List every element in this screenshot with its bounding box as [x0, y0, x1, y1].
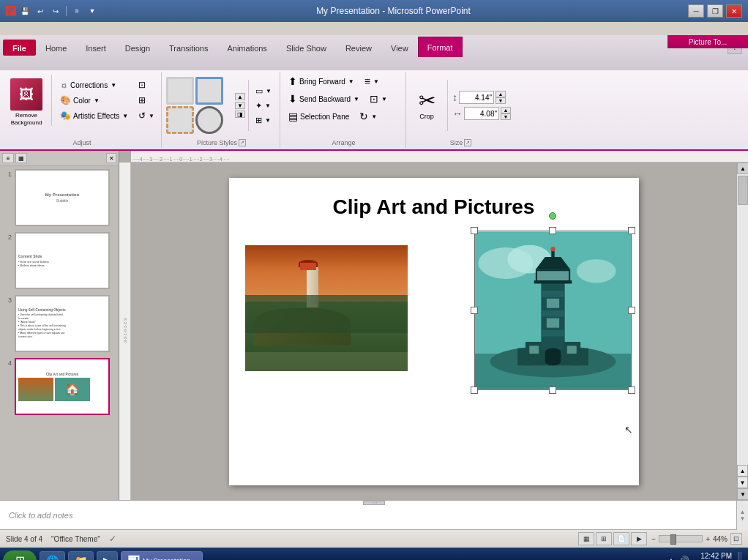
crop-button[interactable]: ✂ Crop — [411, 87, 443, 124]
align-button[interactable]: ≡ ▼ — [361, 73, 383, 89]
picture-effects-button[interactable]: ✦ ▼ — [252, 99, 275, 113]
tab-insert[interactable]: Insert — [76, 38, 116, 57]
slide-thumb-1[interactable]: 1 My Presentation Subtitle — [3, 169, 116, 226]
size-expand[interactable]: ↗ — [464, 139, 471, 146]
notes-area[interactable]: ⋯ Click to add notes ▲ ▼ — [0, 500, 748, 529]
scroll-up-btn[interactable]: ▲ — [737, 163, 748, 174]
close-panel-btn[interactable]: ✕ — [106, 153, 116, 163]
style-scroll-more[interactable]: ◨ — [235, 111, 245, 118]
slide-sorter-btn[interactable]: ⊞ — [596, 532, 612, 545]
slide-thumb-2[interactable]: 2 Content Slide • Here are some bullets … — [3, 232, 116, 289]
taskbar-ie[interactable]: 🌐 — [40, 551, 65, 561]
notes-scroll-up[interactable]: ▲ — [737, 509, 748, 515]
tab-view[interactable]: View — [381, 38, 418, 57]
rotate-button[interactable]: ↻ ▼ — [356, 108, 381, 124]
picture-border-button[interactable]: ▭ ▼ — [252, 84, 275, 98]
artistic-effects-button[interactable]: 🎭 Artistic Effects ▼ — [56, 108, 132, 123]
clip-art-selected[interactable] — [474, 231, 632, 390]
vertical-scrollbar[interactable]: ▲ ▲ ▼ ▼ — [736, 163, 748, 500]
selection-pane-button[interactable]: ▤ Selection Pane — [285, 108, 353, 124]
handle-br[interactable] — [628, 387, 635, 394]
tab-review[interactable]: Review — [336, 38, 381, 57]
corrections-button[interactable]: ☼ Corrections ▼ — [56, 78, 132, 92]
slideshow-btn[interactable]: ▶ — [631, 532, 647, 545]
zoom-thumb[interactable] — [670, 534, 676, 545]
send-backward-button[interactable]: ⬇ Send Backward ▼ — [285, 91, 363, 107]
notes-scroll-down[interactable]: ▼ — [737, 515, 748, 522]
height-spin-down[interactable]: ▼ — [495, 97, 506, 104]
tab-file[interactable]: File — [3, 40, 36, 56]
start-button[interactable]: ⊞ — [3, 550, 37, 561]
scroll-small-up[interactable]: ▲ — [737, 465, 748, 477]
undo-quickaccess[interactable]: ↩ — [34, 4, 47, 18]
picture-layout-button[interactable]: ⊞ ▼ — [252, 113, 275, 127]
tab-design[interactable]: Design — [116, 38, 160, 57]
close-button[interactable]: ✕ — [726, 4, 742, 18]
change-picture-button[interactable]: ⊞ — [135, 93, 158, 108]
tab-format[interactable]: Format — [418, 37, 463, 57]
style-item-4[interactable] — [195, 106, 223, 134]
slide-thumb-4[interactable]: 4 Clip Art and Pictures 🏠 — [3, 358, 116, 415]
width-spin-down[interactable]: ▼ — [501, 113, 511, 120]
handle-bl[interactable] — [471, 387, 478, 394]
taskbar-explorer[interactable]: 📁 — [68, 551, 94, 561]
tab-animations[interactable]: Animations — [217, 38, 276, 57]
volume-icon: 🔊 — [678, 556, 689, 561]
scroll-small-down[interactable]: ▼ — [737, 477, 748, 488]
artistic-effects-dropdown-arrow: ▼ — [122, 113, 128, 119]
color-button[interactable]: 🎨 Color ▼ — [56, 93, 132, 108]
photo-image[interactable] — [245, 245, 408, 371]
remove-background-label: RemoveBackground — [11, 112, 42, 126]
taskbar-media[interactable]: ▶ — [97, 551, 118, 561]
spell-check-icon[interactable]: ✓ — [109, 534, 116, 544]
align-to-slide-quickaccess[interactable]: ≡ — [70, 4, 83, 18]
redo-quickaccess[interactable]: ↪ — [49, 4, 62, 18]
style-scroll-up[interactable]: ▲ — [235, 93, 245, 100]
handle-rotate[interactable] — [549, 212, 556, 220]
style-scroll-down[interactable]: ▼ — [235, 102, 245, 109]
handle-tr[interactable] — [628, 227, 635, 234]
zoom-slider[interactable] — [659, 535, 703, 542]
outline-view-btn[interactable]: ≡ — [2, 153, 14, 163]
height-input[interactable] — [459, 91, 494, 104]
remove-background-button[interactable]: 🖼 RemoveBackground — [6, 75, 47, 130]
style-item-2[interactable] — [195, 77, 223, 105]
restore-button[interactable]: ❐ — [707, 4, 723, 18]
reset-picture-button[interactable]: ↺ ▼ — [135, 108, 158, 123]
minimize-button[interactable]: ─ — [688, 4, 704, 18]
handle-bm[interactable] — [549, 387, 556, 394]
notes-collapse-handle[interactable]: ⋯ — [363, 501, 385, 505]
bring-forward-button[interactable]: ⬆ Bring Forward ▼ — [285, 73, 358, 89]
normal-view-btn[interactable]: ▦ — [578, 532, 594, 545]
slide-thumb-3[interactable]: 3 Using Self-Containing Objects • Uses t… — [3, 295, 116, 352]
reading-view-btn[interactable]: 📄 — [613, 532, 629, 545]
zoom-out-btn[interactable]: − — [651, 535, 656, 543]
group-button[interactable]: ⊡ ▼ — [366, 91, 391, 107]
zoom-in-btn[interactable]: + — [706, 535, 710, 543]
tab-transitions[interactable]: Transitions — [160, 38, 217, 57]
customize-quickaccess[interactable]: ▼ — [86, 4, 99, 18]
slides-view-btn[interactable]: ▦ — [15, 153, 27, 163]
tab-home[interactable]: Home — [36, 38, 76, 57]
show-desktop-btn[interactable] — [738, 552, 742, 561]
width-input[interactable] — [464, 107, 499, 120]
handle-mr[interactable] — [628, 307, 635, 314]
handle-tm[interactable] — [549, 227, 556, 234]
save-quickaccess[interactable]: 💾 — [18, 4, 31, 18]
handle-ml[interactable] — [471, 307, 478, 314]
compress-pictures-button[interactable]: ⊡ — [135, 78, 158, 92]
style-item-3[interactable] — [166, 106, 194, 134]
taskbar-powerpoint[interactable]: 📊 My Presentation... — [121, 551, 203, 561]
picture-styles-expand[interactable]: ↗ — [239, 139, 246, 146]
scroll-thumb-v[interactable] — [738, 176, 748, 205]
scroll-down-btn[interactable]: ▼ — [737, 488, 748, 500]
tab-slideshow[interactable]: Slide Show — [277, 38, 336, 57]
fit-to-window-btn[interactable]: ⊡ — [730, 533, 742, 545]
notes-scrollbar[interactable]: ▲ ▼ — [736, 501, 748, 530]
scroll-track-v[interactable] — [737, 174, 748, 465]
handle-tl[interactable] — [471, 227, 478, 234]
corrections-dropdown-arrow: ▼ — [111, 82, 116, 89]
height-spin-up[interactable]: ▲ — [495, 91, 506, 97]
width-spin-up[interactable]: ▲ — [501, 107, 511, 113]
style-item-1[interactable] — [166, 77, 194, 105]
